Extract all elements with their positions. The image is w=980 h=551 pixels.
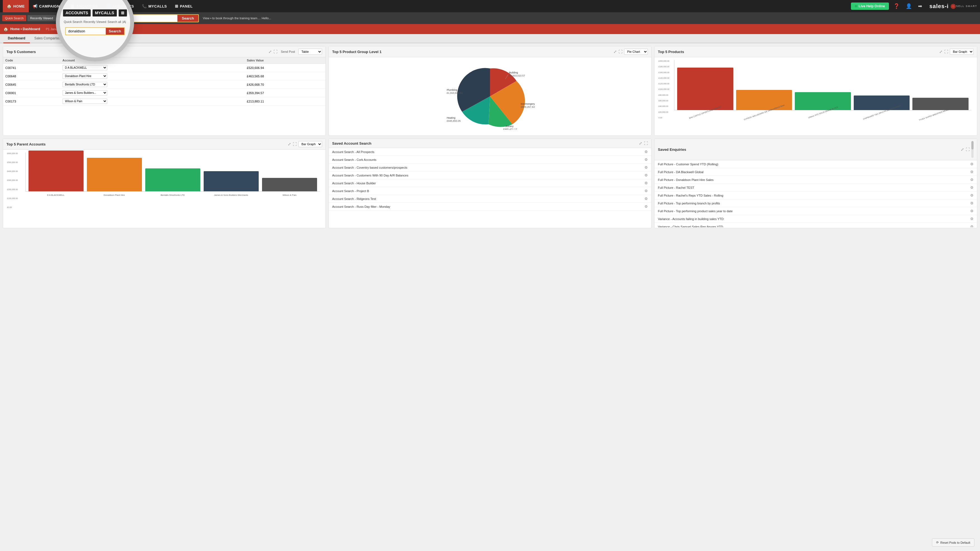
list-item[interactable]: Account Search - House Builder⚙	[329, 179, 651, 187]
parent-bar-james	[204, 171, 259, 191]
product-group-view-select[interactable]: Pie Chart Bar Graph Table	[624, 49, 648, 55]
news-ticker: View • to book through the training team…	[200, 16, 978, 20]
nav-panel[interactable]: ⊞ PANEL	[171, 0, 197, 12]
saved-enquiries-expand-icon[interactable]: ⤢	[961, 147, 964, 152]
user-icon[interactable]: 👤	[904, 2, 913, 10]
list-item[interactable]: Full Picture - Rachel's Reps YTD Sales -…	[655, 192, 977, 199]
parent-accounts-fullscreen-icon[interactable]: ⛶	[293, 142, 297, 146]
tab-target[interactable]: Target	[66, 34, 84, 43]
saved-enquiries-scroll[interactable]: Full Picture - Customer Spend YTD (Rolli…	[655, 160, 977, 227]
customers-expand-icon[interactable]: ⤢	[269, 49, 272, 54]
quick-search-tab[interactable]: Quick Search	[2, 15, 26, 21]
list-item[interactable]: Full Picture - Donaldson Plant Hire Sale…	[655, 176, 977, 184]
account-select[interactable]: Wilson & Pain	[62, 98, 107, 104]
list-item[interactable]: Full Picture - Top performing branch by …	[655, 199, 977, 207]
help-icon[interactable]: ❓	[892, 2, 901, 10]
list-item[interactable]: Full Picture - DA Blackwell Global⚙	[655, 168, 977, 176]
list-item[interactable]: Account Search - Coventry based customer…	[329, 164, 651, 171]
col-sales-value: Sales Value	[245, 57, 325, 64]
search-input[interactable]	[88, 15, 177, 22]
saved-account-fullscreen-icon[interactable]: ⛶	[644, 141, 648, 146]
top5-parent-accounts-body: £600,000.00 £500,000.00 £400,000.00 £300…	[3, 150, 325, 228]
saved-enquiry-item-label: Variance - Chris Samuel Sales Rep figure…	[658, 225, 723, 228]
nav-campaigns[interactable]: 📢 CAMPAIGNS	[29, 0, 66, 12]
account-select[interactable]: James & Sons Builders...	[62, 90, 107, 95]
bar-chipboard	[854, 95, 910, 110]
products-fullscreen-icon[interactable]: ⛶	[944, 49, 948, 54]
saved-enquiries-header: Saved Enquiries ⤢ ⛶	[655, 139, 977, 160]
products-view-select[interactable]: Bar Graph Pie Chart Table	[950, 49, 974, 55]
top5-parent-accounts-panel: Top 5 Parent Accounts ⤢ ⛶ Bar Graph Pie …	[3, 138, 326, 228]
saved-account-item-label: Account Search - All Prospects	[332, 150, 374, 154]
list-item[interactable]: Variance - Accounts failing in building …	[655, 215, 977, 223]
parent-label-3: James & Sons Builders Merchants	[204, 194, 259, 196]
nav-home[interactable]: 🏠 HOME	[3, 0, 29, 12]
parent-accounts-expand-icon[interactable]: ⤢	[288, 142, 291, 146]
products-expand-icon[interactable]: ⤢	[939, 49, 943, 54]
saved-account-expand-icon[interactable]: ⤢	[639, 141, 642, 146]
top5-product-group-body: Building £2,503,010.57 Ironmongery £809,…	[329, 57, 651, 135]
list-item[interactable]: Account Search - All Prospects⚙	[329, 148, 651, 156]
list-item[interactable]: Full Picture - Top performing product sa…	[655, 207, 977, 215]
account-select[interactable]: D A BLACKWELL	[62, 65, 107, 70]
saved-account-item-label: Account Search - Coventry based customer…	[332, 166, 407, 169]
top-navigation: 🏠 HOME 📢 CAMPAIGNS 📋 ENQUIRIES 👤 ACCOUNT…	[0, 0, 980, 12]
saved-account-search-body: Account Search - All Prospects⚙Account S…	[329, 148, 651, 211]
cell-code: C00001	[3, 89, 60, 97]
list-item[interactable]: Full Picture - Customer Spend YTD (Rolli…	[655, 160, 977, 168]
list-item[interactable]: Account Search - Russ Day filter - Monda…	[329, 203, 651, 211]
saved-enquiry-item-icon: ⚙	[970, 224, 974, 227]
top5-products-title: Top 5 Products	[658, 50, 684, 54]
pie-value-joinery: £885,471.17	[503, 128, 517, 130]
search-button[interactable]: Search	[177, 15, 198, 22]
saved-enquiries-fullscreen-icon[interactable]: ⛶	[966, 147, 970, 152]
top5-customers-body: Code Account Sales Value C00741 D A BLAC…	[3, 57, 325, 106]
saved-enquiry-item-icon: ⚙	[970, 209, 974, 213]
product-group-fullscreen-icon[interactable]: ⛶	[619, 49, 622, 54]
home-breadcrumb-icon: 🏠	[3, 27, 8, 31]
cell-code: C00648	[3, 72, 60, 81]
parent-accounts-controls: ⤢ ⛶ Bar Graph Pie Chart Table	[288, 141, 322, 147]
parent-accounts-bar-chart: £600,000.00 £500,000.00 £400,000.00 £300…	[6, 152, 323, 225]
accounts-icon: 👤	[106, 4, 111, 8]
breadcrumb-period: P1 January 2017 - P11 Nov	[46, 27, 84, 31]
nav-accounts[interactable]: 👤 ACCOUNTS	[102, 0, 138, 12]
list-item[interactable]: Account Search - Customers With 90 Day A…	[329, 171, 651, 179]
mycalls-icon: 📞	[142, 4, 147, 8]
list-item[interactable]: Full Picture - Rachel TEST⚙	[655, 184, 977, 192]
product-group-expand-icon[interactable]: ⤢	[614, 49, 617, 54]
live-help-button[interactable]: Live Help Online	[851, 3, 889, 10]
saved-account-item-icon: ⚙	[644, 173, 648, 177]
nav-enquiries[interactable]: 📋 ENQUIRIES	[66, 0, 102, 12]
products-controls: ⤢ ⛶ Bar Graph Pie Chart Table	[939, 49, 974, 55]
customers-view-select[interactable]: Table Bar Graph Pie Chart	[298, 49, 322, 55]
saved-account-item-label: Account Search - Ridgeons Test	[332, 197, 376, 200]
tab-dashboard[interactable]: Dashboard	[3, 34, 30, 43]
saved-account-search-controls: ⤢ ⛶	[639, 141, 648, 146]
tab-sale[interactable]: Sale...	[84, 34, 103, 43]
logout-icon[interactable]: ➡	[916, 2, 924, 10]
saved-enquiry-item-icon: ⚙	[970, 193, 974, 197]
list-item[interactable]: Account Search - Project B⚙	[329, 187, 651, 195]
saved-account-item-icon: ⚙	[644, 165, 648, 170]
top5-customers-panel: Top 5 Customers ⤢ ⛶ Send Post Table Bar …	[3, 46, 326, 136]
list-item[interactable]: Variance - Chris Samuel Sales Rep figure…	[655, 223, 977, 227]
saved-enquiries-controls: ⤢ ⛶	[961, 141, 974, 158]
parent-accounts-view-select[interactable]: Bar Graph Pie Chart Table	[298, 141, 322, 147]
search-all-dropdown[interactable]: Search all	[57, 15, 81, 22]
list-item[interactable]: Account Search - Cork Accounts⚙	[329, 156, 651, 164]
date-filter-button[interactable]: 📅 Date Filter	[90, 26, 116, 32]
nav-right-area: Live Help Online ❓ 👤 ➡ sales-i ◉ SELL SM…	[851, 2, 977, 10]
saved-enquiry-item-icon: ⚙	[970, 201, 974, 205]
nav-mycalls[interactable]: 📞 MYCALLS	[138, 0, 171, 12]
table-row: C00001 James & Sons Builders... £359,394…	[3, 89, 325, 97]
col-code: Code	[3, 57, 60, 64]
customers-fullscreen-icon[interactable]: ⛶	[274, 49, 277, 54]
recently-viewed-tab[interactable]: Recently Viewed	[27, 15, 56, 21]
tab-sales-comparison[interactable]: Sales Comparison	[30, 34, 66, 43]
account-select[interactable]: Donaldson Plant Hire	[62, 73, 107, 79]
saved-account-item-icon: ⚙	[644, 205, 648, 209]
saved-account-item-icon: ⚙	[644, 150, 648, 154]
list-item[interactable]: Account Search - Ridgeons Test⚙	[329, 195, 651, 203]
account-select[interactable]: Bentalls Shoofronts LTD	[62, 82, 107, 87]
